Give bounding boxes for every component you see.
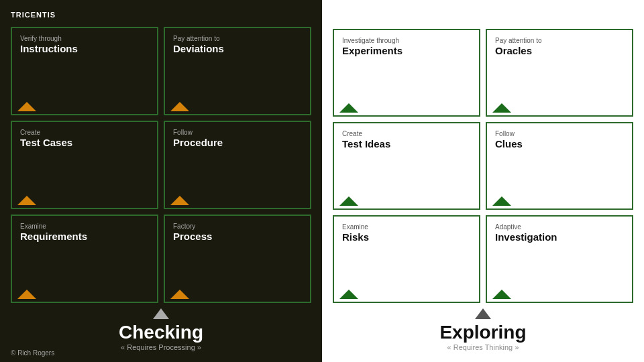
r-triangle-icon-3 (492, 196, 511, 206)
r-triangle-icon-2 (339, 196, 358, 206)
card-left-5[interactable]: Factory Process (164, 215, 311, 303)
card-left-3[interactable]: Follow Procedure (164, 121, 311, 209)
card-left-0[interactable]: Verify through Instructions (11, 27, 158, 115)
card-small-2: Create (20, 129, 149, 136)
card-small-5: Factory (173, 223, 302, 230)
card-large-5: Process (173, 231, 302, 243)
arrow-up-icon-right (475, 308, 491, 319)
right-section-title: Exploring (439, 322, 526, 343)
r-triangle-icon-1 (492, 103, 511, 113)
r-card-small-4: Examine (342, 223, 471, 231)
triangle-icon-3 (170, 196, 189, 205)
r-card-large-0: Experiments (342, 46, 471, 57)
r-card-small-2: Create (342, 130, 471, 137)
r-card-large-2: Test Ideas (342, 139, 471, 150)
card-right-4[interactable]: Examine Risks (333, 215, 480, 303)
card-left-1[interactable]: Pay attention to Deviations (164, 27, 311, 115)
r-card-small-0: Investigate through (342, 37, 471, 44)
r-card-large-5: Investigation (495, 232, 624, 243)
logo: TRICENTIS (11, 11, 311, 19)
triangle-icon-5 (170, 290, 189, 299)
card-right-5[interactable]: Adaptive Investigation (486, 215, 633, 303)
r-triangle-icon-4 (339, 290, 358, 299)
card-small-4: Examine (20, 223, 149, 230)
triangle-icon-0 (17, 102, 36, 111)
card-right-0[interactable]: Investigate through Experiments (333, 29, 480, 117)
r-triangle-icon-0 (339, 103, 358, 113)
card-small-1: Pay attention to (173, 35, 302, 42)
copyright: © Rich Rogers (11, 349, 54, 357)
left-bottom: Checking « Requires Processing » (11, 308, 311, 351)
card-small-3: Follow (173, 129, 302, 136)
r-card-small-3: Follow (495, 130, 624, 137)
r-triangle-icon-5 (492, 290, 511, 299)
card-right-2[interactable]: Create Test Ideas (333, 122, 480, 210)
card-right-1[interactable]: Pay attention to Oracles (486, 29, 633, 117)
triangle-icon-1 (170, 102, 189, 111)
left-grid: Verify through Instructions Pay attentio… (11, 27, 311, 303)
card-large-0: Instructions (20, 44, 149, 55)
card-large-1: Deviations (173, 44, 302, 55)
card-large-4: Requirements (20, 231, 149, 243)
right-panel: Investigate through Experiments Pay atte… (322, 0, 644, 362)
r-card-small-1: Pay attention to (495, 37, 624, 44)
arrow-up-icon-left (153, 308, 169, 319)
left-panel: TRICENTIS Verify through Instructions Pa… (0, 0, 322, 362)
card-large-3: Procedure (173, 137, 302, 149)
card-small-0: Verify through (20, 35, 149, 42)
card-left-4[interactable]: Examine Requirements (11, 215, 158, 303)
triangle-icon-2 (17, 196, 36, 205)
card-large-2: Test Cases (20, 137, 149, 149)
right-grid: Investigate through Experiments Pay atte… (333, 29, 633, 303)
r-card-large-3: Clues (495, 139, 624, 150)
r-card-small-5: Adaptive (495, 223, 624, 231)
right-section-subtitle: « Requires Thinking » (447, 343, 519, 351)
card-left-2[interactable]: Create Test Cases (11, 121, 158, 209)
left-section-subtitle: « Requires Processing » (121, 343, 201, 351)
triangle-icon-4 (17, 290, 36, 299)
r-card-large-4: Risks (342, 232, 471, 243)
right-bottom: Exploring « Requires Thinking » (333, 308, 633, 351)
left-section-title: Checking (119, 322, 203, 343)
r-card-large-1: Oracles (495, 46, 624, 57)
card-right-3[interactable]: Follow Clues (486, 122, 633, 210)
